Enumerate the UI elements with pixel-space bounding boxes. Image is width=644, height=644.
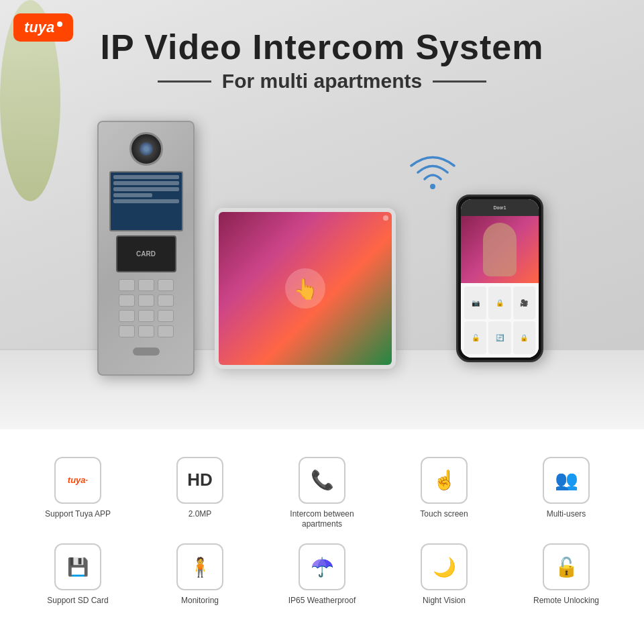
monitor-screen: 👆 bbox=[219, 212, 392, 365]
sdcard-icon-box: 💾 bbox=[54, 543, 101, 590]
phone-controls: 📷 🔒 🎥 🔓 🔄 🔒 bbox=[461, 283, 539, 358]
tuya-app-label: Support Tuya APP bbox=[45, 509, 111, 520]
nightvision-label: Night Vision bbox=[423, 596, 466, 606]
screen-line-5 bbox=[113, 199, 179, 203]
nightvision-icon: 🌙 bbox=[433, 556, 456, 578]
feature-touch: ☝️ Touch screen bbox=[386, 457, 502, 530]
phone-ctrl-6: 🔒 bbox=[513, 321, 535, 354]
subtitle-text: For multi apartments bbox=[222, 70, 422, 93]
panel-screen bbox=[109, 171, 183, 231]
touch-icon: 👆 bbox=[293, 277, 318, 301]
key-3 bbox=[158, 279, 174, 291]
monitoring-label: Monitoring bbox=[181, 596, 219, 606]
title-area: IP Video Intercom System For multi apart… bbox=[0, 27, 644, 93]
tuya-app-icon-box: tuya· bbox=[54, 457, 101, 504]
monitoring-icon-box: 🧍 bbox=[176, 543, 223, 590]
intercom-icon: 📞 bbox=[311, 469, 334, 491]
phone-ctrl-3: 🎥 bbox=[513, 286, 535, 319]
feature-tuya-app: tuya· Support Tuya APP bbox=[20, 457, 136, 530]
screen-line-2 bbox=[113, 181, 179, 185]
feature-sdcard: 💾 Support SD Card bbox=[20, 543, 136, 616]
feature-monitoring: 🧍 Monitoring bbox=[142, 543, 258, 616]
sdcard-label: Support SD Card bbox=[47, 596, 108, 606]
hd-icon-box: HD bbox=[176, 457, 223, 504]
touch-screen-icon: ☝️ bbox=[433, 469, 456, 491]
multiusers-icon: 👥 bbox=[555, 469, 578, 491]
feature-nightvision: 🌙 Night Vision bbox=[386, 543, 502, 616]
phone-device: Door1 📷 🔒 🎥 🔓 🔄 🔒 bbox=[456, 195, 543, 362]
key-4 bbox=[119, 294, 135, 307]
unlocking-label: Remote Unlocking bbox=[533, 596, 599, 606]
multiusers-icon-box: 👥 bbox=[543, 457, 590, 504]
phone-ctrl-5: 🔄 bbox=[488, 321, 511, 354]
screen-line-4 bbox=[113, 193, 153, 197]
key-0 bbox=[138, 325, 154, 337]
dash-right bbox=[433, 80, 486, 83]
unlocking-icon-box: 🔓 bbox=[543, 543, 590, 590]
multiusers-label: Multi-users bbox=[547, 509, 586, 520]
phone-ctrl-1: 📷 bbox=[464, 286, 486, 319]
phone-screen: Door1 📷 🔒 🎥 🔓 🔄 🔒 bbox=[461, 199, 539, 358]
intercom-icon-box: 📞 bbox=[299, 457, 345, 504]
key-8 bbox=[138, 310, 154, 322]
weatherproof-icon-box: ☂️ bbox=[299, 543, 345, 590]
key-5 bbox=[138, 294, 154, 307]
bottom-section: tuya· Support Tuya APP HD 2.0MP 📞 Interc… bbox=[0, 429, 644, 644]
monitor-device: 👆 bbox=[215, 208, 396, 369]
main-title: IP Video Intercom System bbox=[0, 27, 644, 67]
feature-hd: HD 2.0MP bbox=[142, 457, 258, 530]
fingerprint-area bbox=[133, 347, 160, 356]
tuya-app-icon: tuya· bbox=[68, 475, 88, 485]
screen-line-1 bbox=[113, 175, 179, 179]
key-star bbox=[119, 325, 135, 337]
weatherproof-label: IP65 Weatherproof bbox=[288, 596, 356, 606]
feature-multiusers: 👥 Multi-users bbox=[508, 457, 624, 530]
phone-image-area bbox=[461, 216, 539, 283]
hd-label: 2.0MP bbox=[189, 509, 212, 520]
key-hash bbox=[158, 325, 174, 337]
card-slot: CARD bbox=[116, 235, 176, 272]
weatherproof-icon: ☂️ bbox=[311, 556, 334, 578]
tuya-logo-dot bbox=[57, 21, 62, 27]
nightvision-icon-box: 🌙 bbox=[421, 543, 468, 590]
key-1 bbox=[119, 279, 135, 291]
feature-unlocking: 🔓 Remote Unlocking bbox=[508, 543, 624, 616]
camera-lens bbox=[129, 132, 163, 166]
hd-icon: HD bbox=[187, 470, 213, 490]
keypad bbox=[115, 279, 177, 337]
subtitle-line: For multi apartments bbox=[0, 70, 644, 93]
intercom-label: Intercom betweenapartments bbox=[290, 509, 354, 530]
door-panel-device: CARD bbox=[97, 121, 195, 376]
wifi-signal bbox=[406, 148, 460, 204]
touch-icon-overlay: 👆 bbox=[285, 268, 325, 309]
card-label: CARD bbox=[136, 250, 156, 258]
monitoring-icon: 🧍 bbox=[189, 556, 212, 578]
unlocking-icon: 🔓 bbox=[555, 556, 578, 578]
top-section: tuya IP Video Intercom System For multi … bbox=[0, 0, 644, 429]
phone-ctrl-4: 🔓 bbox=[464, 321, 486, 354]
dash-left bbox=[158, 80, 211, 83]
key-7 bbox=[119, 310, 135, 322]
touch-icon-box: ☝️ bbox=[421, 457, 468, 504]
key-2 bbox=[138, 279, 154, 291]
phone-ctrl-2: 🔒 bbox=[488, 286, 511, 319]
features-grid: tuya· Support Tuya APP HD 2.0MP 📞 Interc… bbox=[20, 457, 624, 616]
sdcard-icon: 💾 bbox=[67, 557, 89, 578]
screen-line-3 bbox=[113, 187, 179, 191]
key-9 bbox=[158, 310, 174, 322]
key-6 bbox=[158, 294, 174, 307]
phone-header: Door1 bbox=[461, 199, 539, 216]
svg-point-0 bbox=[430, 184, 435, 189]
feature-weatherproof: ☂️ IP65 Weatherproof bbox=[264, 543, 380, 616]
touch-label: Touch screen bbox=[420, 509, 468, 520]
feature-intercom: 📞 Intercom betweenapartments bbox=[264, 457, 380, 530]
